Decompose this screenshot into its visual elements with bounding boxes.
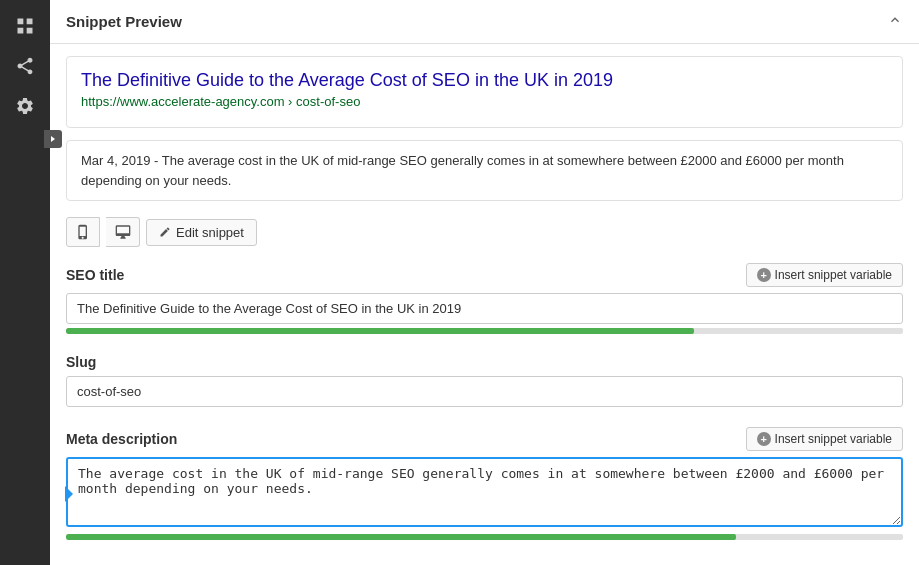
settings-icon[interactable] — [7, 88, 43, 124]
snippet-toolbar: Edit snippet — [50, 209, 919, 255]
seo-title-progress-bar — [66, 328, 903, 334]
edit-snippet-label: Edit snippet — [176, 225, 244, 240]
panel-header: Snippet Preview — [50, 0, 919, 44]
snippet-description-card: Mar 4, 2019 - The average cost in the UK… — [66, 140, 903, 201]
meta-description-section: Meta description + Insert snippet variab… — [50, 419, 919, 552]
slug-label: Slug — [66, 354, 96, 370]
meta-description-wrapper: The average cost in the UK of mid-range … — [66, 457, 903, 530]
expand-sidebar-arrow[interactable] — [44, 130, 62, 148]
seo-title-insert-variable-label: Insert snippet variable — [775, 268, 892, 282]
meta-description-progress-fill — [66, 534, 736, 540]
meta-description-header: Meta description + Insert snippet variab… — [66, 427, 903, 451]
desktop-view-button[interactable] — [106, 217, 140, 247]
snippet-url: https://www.accelerate-agency.com › cost… — [81, 94, 888, 109]
share-icon[interactable] — [7, 48, 43, 84]
seo-title-progress-fill — [66, 328, 694, 334]
snippet-preview-card: The Definitive Guide to the Average Cost… — [66, 56, 903, 128]
seo-title-section: SEO title + Insert snippet variable — [50, 255, 919, 346]
meta-description-progress-bar — [66, 534, 903, 540]
seo-title-header: SEO title + Insert snippet variable — [66, 263, 903, 287]
meta-description-plus-icon: + — [757, 432, 771, 446]
seo-title-input[interactable] — [66, 293, 903, 324]
sidebar — [0, 0, 50, 565]
snippet-title[interactable]: The Definitive Guide to the Average Cost… — [81, 69, 888, 92]
slug-header: Slug — [66, 354, 903, 370]
slug-section: Slug — [50, 346, 919, 419]
seo-title-plus-icon: + — [757, 268, 771, 282]
meta-description-insert-variable-label: Insert snippet variable — [775, 432, 892, 446]
edit-snippet-button[interactable]: Edit snippet — [146, 219, 257, 246]
meta-description-label: Meta description — [66, 431, 177, 447]
snippet-dash: - — [154, 153, 162, 168]
collapse-icon[interactable] — [887, 12, 903, 31]
seo-title-label: SEO title — [66, 267, 124, 283]
panel-title: Snippet Preview — [66, 13, 182, 30]
snippet-date-desc: Mar 4, 2019 - The average cost in the UK… — [81, 153, 844, 188]
snippet-desc-text: The average cost in the UK of mid-range … — [81, 153, 844, 188]
grid-icon[interactable] — [7, 8, 43, 44]
meta-description-input[interactable]: The average cost in the UK of mid-range … — [66, 457, 903, 527]
snippet-date: Mar 4, 2019 — [81, 153, 150, 168]
meta-description-insert-variable-button[interactable]: + Insert snippet variable — [746, 427, 903, 451]
seo-title-insert-variable-button[interactable]: + Insert snippet variable — [746, 263, 903, 287]
meta-description-accent — [65, 486, 73, 502]
main-content: Snippet Preview The Definitive Guide to … — [50, 0, 919, 565]
mobile-view-button[interactable] — [66, 217, 100, 247]
slug-input[interactable] — [66, 376, 903, 407]
